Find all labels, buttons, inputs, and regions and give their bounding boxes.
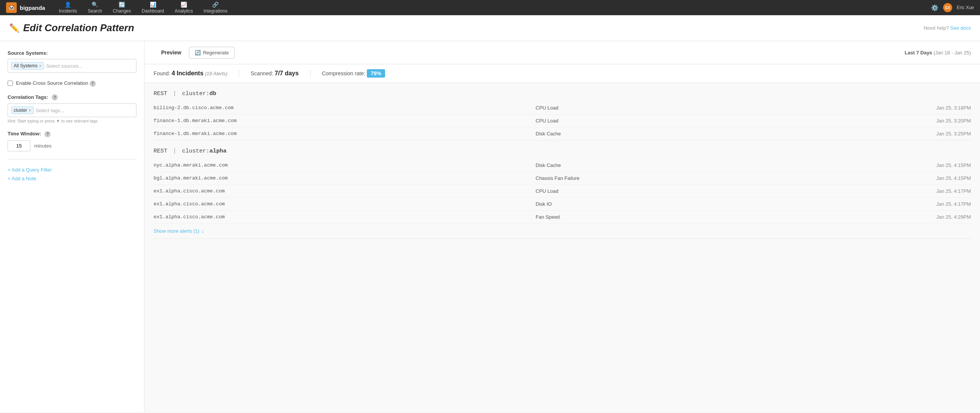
- tab-preview[interactable]: Preview: [154, 46, 189, 59]
- found-stat: Found: 4 Incidents (19 Alerts): [154, 70, 228, 77]
- correlation-tags-help[interactable]: ?: [52, 94, 58, 100]
- alert-time: Jan 25, 4:17PM: [918, 188, 971, 194]
- all-systems-tag: All Systems ×: [11, 62, 44, 70]
- found-alerts: (19 Alerts): [205, 71, 228, 77]
- show-more-link[interactable]: Show more alerts (1) ↓: [154, 223, 971, 238]
- title-row: ✏️ Edit Correlation Pattern: [9, 22, 134, 34]
- stat-divider-1: [239, 70, 239, 77]
- logo[interactable]: 🐼 bigpanda: [6, 2, 45, 13]
- alert-row: finance-1.db.meraki.acme.com Disk Cache …: [154, 128, 971, 140]
- remove-cluster-tag[interactable]: ×: [29, 108, 31, 113]
- correlation-tags-section: Correlation Tags: ? cluster × Select tag…: [8, 94, 137, 124]
- source-placeholder: Select sources...: [46, 63, 83, 69]
- time-window-label: Time Window: ?: [8, 131, 137, 137]
- alert-check: CPU Load: [536, 105, 918, 111]
- cross-source-help[interactable]: ?: [90, 81, 96, 87]
- group-value: alpha: [210, 148, 227, 155]
- time-window-row: minutes: [8, 140, 137, 151]
- tags-input[interactable]: cluster × Select tags...: [8, 104, 137, 117]
- add-note-link[interactable]: + Add a Note: [8, 176, 137, 182]
- cross-source-checkbox[interactable]: [8, 81, 13, 86]
- incident-group-header: REST | cluster:alpha: [154, 140, 971, 159]
- group-type: REST: [154, 148, 167, 155]
- alert-host: finance-1.db.meraki.acme.com: [154, 118, 536, 124]
- alert-row: ex1.alpha.cisco.acme.com Fan Speed Jan 2…: [154, 210, 971, 223]
- group-value: db: [210, 91, 216, 97]
- alert-host: finance-1.db.meraki.acme.com: [154, 131, 536, 137]
- nav-right: ⚙️ EX Eric Xue: [931, 3, 974, 12]
- alert-host: billing-2.db.cisco.acme.com: [154, 105, 536, 111]
- source-systems-section: Source Systems: All Systems × Select sou…: [8, 50, 137, 73]
- source-tag-input[interactable]: All Systems × Select sources...: [8, 59, 137, 73]
- gear-icon[interactable]: ⚙️: [931, 4, 939, 11]
- avatar[interactable]: EX: [943, 3, 952, 12]
- tags-placeholder: Select tags...: [36, 108, 64, 113]
- page-title: Edit Correlation Pattern: [23, 22, 134, 34]
- regenerate-button[interactable]: 🔄 Regenerate: [189, 47, 235, 59]
- incident-group: REST | cluster:alpha nyc.alpha.meraki.ac…: [154, 140, 971, 239]
- refresh-icon: 🔄: [195, 50, 201, 56]
- alert-check: Disk IO: [536, 201, 918, 207]
- alert-time: Jan 25, 3:25PM: [918, 131, 971, 137]
- top-navigation: 🐼 bigpanda 👤 Incidents 🔍 Search 🔄 Change…: [0, 0, 980, 15]
- alert-check: CPU Load: [536, 188, 918, 194]
- time-window-help[interactable]: ?: [45, 131, 51, 137]
- correlation-tags-label: Correlation Tags: ?: [8, 94, 137, 101]
- group-type: REST: [154, 91, 167, 97]
- pipe-separator: |: [170, 148, 180, 155]
- nav-item-analytics[interactable]: 📈 Analytics: [170, 0, 198, 16]
- alert-row: billing-2.db.cisco.acme.com CPU Load Jan…: [154, 102, 971, 115]
- nav-item-dashboard[interactable]: 📊 Dashboard: [137, 0, 169, 16]
- tags-hint: Hint: Start typing or press ▼ to see rel…: [8, 119, 137, 123]
- scanned-value: 7/7 days: [275, 70, 299, 77]
- search-icon: 🔍: [92, 2, 98, 8]
- docs-link[interactable]: See docs: [950, 25, 971, 31]
- compression-stat: Compression rate: 79%: [322, 70, 385, 77]
- stat-divider-2: [310, 70, 310, 77]
- cluster-tag: cluster ×: [11, 107, 34, 114]
- cross-source-label: Enable Cross Source Correlation ?: [16, 80, 96, 87]
- incident-group: REST | cluster:db billing-2.db.cisco.acm…: [154, 83, 971, 140]
- alert-row: bgl.alpha.meraki.acme.com Chassis Fan Fa…: [154, 172, 971, 185]
- time-window-section: Time Window: ? minutes: [8, 131, 137, 151]
- source-systems-label: Source Systems:: [8, 50, 137, 56]
- alert-check: CPU Load: [536, 118, 918, 124]
- alert-time: Jan 25, 4:15PM: [918, 163, 971, 168]
- nav-items: 👤 Incidents 🔍 Search 🔄 Changes 📊 Dashboa…: [54, 0, 922, 16]
- alert-check: Chassis Fan Failure: [536, 175, 918, 181]
- alert-host: nyc.alpha.meraki.acme.com: [154, 163, 536, 168]
- alert-row: ex1.alpha.cisco.acme.com CPU Load Jan 25…: [154, 185, 971, 198]
- time-value-input[interactable]: [8, 140, 30, 151]
- page-header: ✏️ Edit Correlation Pattern Need help? S…: [0, 15, 980, 41]
- alert-row: nyc.alpha.meraki.acme.com Disk Cache Jan…: [154, 159, 971, 172]
- alert-check: Fan Speed: [536, 214, 918, 220]
- date-range-dates: (Jan 18 - Jan 25): [934, 50, 971, 56]
- compression-badge: 79%: [367, 69, 385, 78]
- cross-source-section: Enable Cross Source Correlation ?: [8, 80, 137, 87]
- nav-item-changes[interactable]: 🔄 Changes: [108, 0, 136, 16]
- add-query-filter-link[interactable]: + Add a Query Filter: [8, 167, 137, 173]
- alert-time: Jan 25, 3:20PM: [918, 118, 971, 124]
- help-section: Need help? See docs: [924, 25, 971, 31]
- alert-host: ex1.alpha.cisco.acme.com: [154, 214, 536, 220]
- remove-source-tag[interactable]: ×: [39, 64, 41, 68]
- incidents-icon: 👤: [65, 2, 71, 8]
- group-tag: cluster:: [182, 148, 210, 155]
- nav-item-search[interactable]: 🔍 Search: [83, 0, 107, 16]
- analytics-icon: 📈: [181, 2, 187, 8]
- right-panel: Preview 🔄 Regenerate Last 7 Days (Jan 18…: [145, 41, 980, 412]
- alert-row: ex1.alpha.cisco.acme.com Disk IO Jan 25,…: [154, 198, 971, 210]
- date-range-label: Last 7 Days: [905, 50, 932, 56]
- show-more-text: Show more alerts (1): [154, 228, 200, 234]
- alert-check: Disk Cache: [536, 131, 918, 137]
- changes-icon: 🔄: [119, 2, 125, 8]
- alert-time: Jan 25, 4:29PM: [918, 214, 971, 220]
- alert-time: Jan 25, 3:18PM: [918, 105, 971, 111]
- nav-item-incidents[interactable]: 👤 Incidents: [54, 0, 82, 16]
- logo-text: bigpanda: [20, 5, 45, 11]
- left-panel: Source Systems: All Systems × Select sou…: [0, 41, 145, 412]
- nav-item-integrations[interactable]: 🔗 Integrations: [199, 0, 232, 16]
- pipe-separator: |: [170, 91, 180, 97]
- arrow-down-icon: ↓: [202, 228, 204, 234]
- found-count: 4 Incidents: [172, 70, 204, 77]
